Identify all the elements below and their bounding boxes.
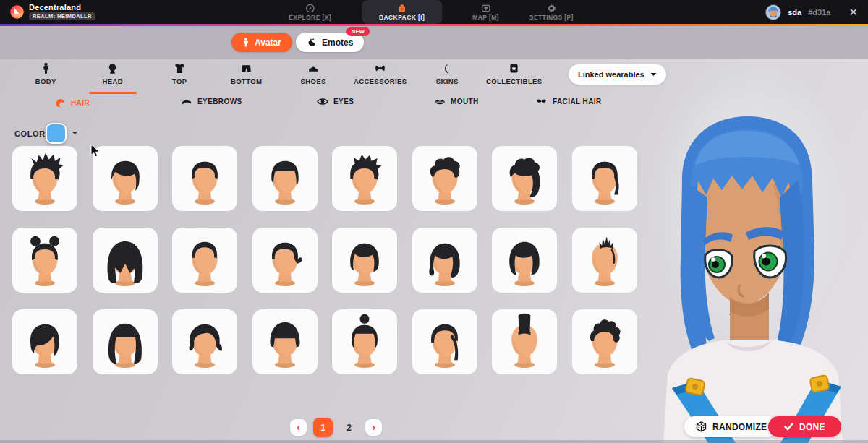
emotes-tab-button[interactable]: Emotes NEW: [296, 33, 364, 52]
done-button[interactable]: DONE: [768, 416, 841, 437]
hair-item-bun-bangs[interactable]: [332, 309, 397, 374]
backpack-screen: Decentraland REALM: HEIMDALLR EXPLORE [X…: [0, 0, 868, 443]
randomize-button[interactable]: RANDOMIZE: [684, 416, 778, 437]
hair-item-spiky[interactable]: [12, 146, 77, 211]
hair-grid: [12, 146, 637, 374]
subtab-eyes[interactable]: EYES: [317, 98, 354, 106]
subtab-label: EYES: [333, 98, 354, 106]
subtab-label: EYEBROWS: [197, 98, 242, 106]
mustache-icon: [535, 98, 548, 105]
page-1-button[interactable]: 1: [313, 418, 333, 437]
brand-name: Decentraland: [29, 4, 95, 12]
tab-collectibles[interactable]: COLLECTIBLES: [481, 62, 548, 94]
subtab-facial-hair[interactable]: FACIAL HAIR: [535, 98, 602, 106]
top-bar: Decentraland REALM: HEIMDALLR EXPLORE [X…: [0, 0, 868, 24]
hair-item-bob-side[interactable]: [332, 228, 397, 293]
tab-label: SKINS: [436, 77, 459, 85]
dice-icon: [696, 421, 707, 432]
subtab-eyebrows[interactable]: EYEBROWS: [181, 98, 242, 106]
hair-thumbnail: [174, 230, 235, 291]
tab-accessories[interactable]: ACCESSORIES: [347, 62, 414, 94]
hair-thumbnail: [494, 148, 555, 209]
randomize-label: RANDOMIZE: [712, 422, 767, 432]
linked-wearables-dropdown[interactable]: Linked wearables: [569, 64, 666, 85]
realm-badge: REALM: HEIMDALLR: [29, 12, 95, 20]
hair-item-curly-top[interactable]: [412, 146, 477, 211]
gear-icon: [547, 4, 556, 13]
user-tag: #d31a: [808, 8, 830, 17]
close-icon[interactable]: ✕: [848, 7, 858, 17]
tab-head[interactable]: HEAD: [80, 62, 147, 94]
emotes-tab-label: Emotes: [322, 38, 353, 48]
hair-item-shaggy[interactable]: [172, 309, 237, 374]
tab-shoes[interactable]: SHOES: [280, 62, 347, 94]
decentraland-logo-icon: [10, 5, 24, 19]
subtab-mouth[interactable]: MOUTH: [434, 98, 479, 106]
tab-label: TOP: [172, 77, 187, 85]
subtab-hair[interactable]: HAIR: [54, 98, 90, 108]
avatar-tab-label: Avatar: [255, 38, 281, 48]
user-chip[interactable]: sda #d31a ✕: [765, 4, 858, 20]
hair-thumbnail: [14, 230, 75, 291]
hand-icon: [307, 38, 317, 48]
nav-label: EXPLORE [X]: [289, 14, 331, 21]
nav-explore[interactable]: EXPLORE [X]: [289, 0, 331, 24]
tab-body[interactable]: BODY: [12, 62, 80, 94]
page-2-button[interactable]: 2: [339, 418, 359, 437]
tab-top[interactable]: TOP: [146, 62, 213, 94]
bottom-edge: [0, 440, 868, 443]
hair-thumbnail: [95, 230, 156, 291]
nav-label: SETTINGS [P]: [529, 14, 574, 21]
done-label: DONE: [799, 422, 825, 432]
head-subtabs: HAIR EYEBROWS EYES MOUTH FACIAL HAIR: [0, 98, 629, 111]
page-next-button[interactable]: ›: [365, 419, 382, 436]
hair-thumbnail: [334, 230, 395, 291]
hair-thumbnail: [255, 230, 315, 291]
tab-skins[interactable]: SKINS: [414, 62, 481, 94]
hair-thumbnail: [414, 311, 475, 372]
hair-item-side-fringe[interactable]: [12, 309, 77, 374]
hair-item-messy-spiky[interactable]: [332, 146, 397, 211]
category-tabs: BODY HEAD TOP BOTTOM SHOES: [12, 62, 548, 94]
header-strip: [0, 26, 868, 59]
chevron-down-icon[interactable]: [72, 131, 78, 135]
avatar-preview[interactable]: [626, 112, 868, 443]
hair-item-side-swept[interactable]: [93, 146, 158, 211]
color-swatch[interactable]: [46, 123, 67, 144]
shoe-icon: [307, 62, 320, 74]
head-icon: [106, 62, 119, 74]
hair-item-ponytail[interactable]: [412, 309, 477, 374]
map-icon: [481, 4, 490, 13]
hair-item-curly-long[interactable]: [492, 146, 557, 211]
eyebrow-icon: [181, 98, 192, 106]
hair-item-long-straight[interactable]: [93, 228, 158, 293]
hair-thumbnail: [334, 311, 395, 372]
hair-item-wavy-shoulder[interactable]: [412, 228, 477, 293]
avatar-tab-button[interactable]: Avatar: [231, 33, 292, 52]
hair-item-full-bob[interactable]: [492, 228, 557, 293]
hair-thumbnail: [494, 230, 555, 291]
hair-thumbnail: [414, 230, 475, 291]
tab-bottom[interactable]: BOTTOM: [213, 62, 281, 94]
page-prev-button[interactable]: ‹: [290, 419, 307, 436]
nav-settings[interactable]: SETTINGS [P]: [529, 0, 574, 24]
chevron-down-icon: [650, 72, 657, 77]
hair-item-slick-back[interactable]: [172, 228, 237, 293]
hair-item-bowl-cut[interactable]: [252, 309, 318, 374]
hair-item-short-bangs[interactable]: [252, 146, 318, 211]
hair-thumbnail: [255, 311, 315, 372]
hair-item-wavy-back[interactable]: [252, 228, 318, 293]
hair-item-double-buns[interactable]: [12, 228, 77, 293]
tab-label: COLLECTIBLES: [486, 77, 542, 85]
bow-icon: [374, 62, 386, 74]
nav-backpack[interactable]: BACKPACK [I]: [362, 0, 442, 24]
hair-item-long-bangs[interactable]: [93, 309, 158, 374]
hair-thumbnail: [414, 148, 475, 209]
nav-map[interactable]: MAP [M]: [472, 0, 499, 24]
linked-wearables-label: Linked wearables: [578, 70, 644, 79]
check-icon: [784, 423, 793, 431]
hair-item-short-combed[interactable]: [172, 146, 237, 211]
tab-label: ACCESSORIES: [354, 77, 407, 85]
lips-icon: [434, 98, 446, 106]
hair-item-tall-top[interactable]: [492, 309, 557, 374]
